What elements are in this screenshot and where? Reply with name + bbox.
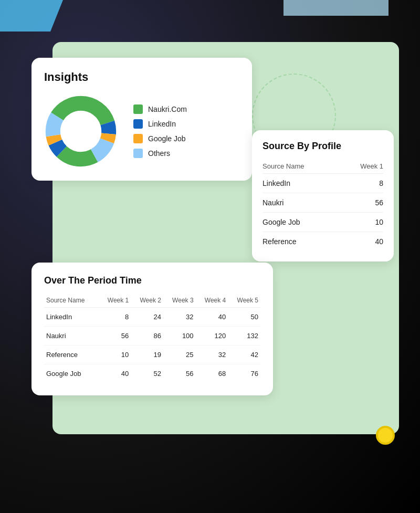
- table-row: Reference 40: [262, 232, 383, 252]
- insights-title: Insights: [44, 70, 239, 84]
- source-name-cell: Reference: [262, 232, 340, 252]
- legend-label-googlejob: Google Job: [148, 134, 186, 143]
- table-row: Naukri 56: [262, 193, 383, 213]
- period-header-row: Source Name Week 1 Week 2 Week 3 Week 4 …: [44, 294, 260, 308]
- insights-card: Insights Naukri.Com LinkedIn: [32, 58, 252, 181]
- week1-cell: 10: [340, 213, 383, 232]
- period-w2-cell: 19: [131, 346, 163, 364]
- period-w5-cell: 50: [228, 308, 260, 327]
- period-col-w4: Week 4: [196, 294, 228, 308]
- period-w4-cell: 68: [196, 364, 228, 383]
- period-w1-cell: 10: [99, 346, 131, 364]
- period-w5-cell: 76: [228, 364, 260, 383]
- period-w5-cell: 42: [228, 346, 260, 364]
- period-w3-cell: 56: [163, 364, 196, 383]
- period-col-source: Source Name: [44, 294, 99, 308]
- source-name-cell: Google Job: [262, 213, 340, 232]
- period-w3-cell: 32: [163, 308, 196, 327]
- donut-hole: [62, 113, 99, 150]
- period-col-w2: Week 2: [131, 294, 163, 308]
- legend-item-linkedin: LinkedIn: [133, 119, 187, 129]
- period-source-cell: LinkedIn: [44, 308, 99, 327]
- period-table: Source Name Week 1 Week 2 Week 3 Week 4 …: [44, 294, 260, 383]
- period-col-w1: Week 1: [99, 294, 131, 308]
- legend-label-naukri: Naukri.Com: [148, 105, 187, 113]
- accent-top-right: [284, 0, 388, 16]
- week1-cell: 40: [340, 232, 383, 252]
- period-source-cell: Naukri: [44, 327, 99, 346]
- period-col-w5: Week 5: [228, 294, 260, 308]
- legend-color-naukri: [133, 104, 143, 114]
- period-source-cell: Google Job: [44, 364, 99, 383]
- week1-cell: 8: [340, 174, 383, 193]
- source-profile-table: Source Name Week 1 LinkedIn 8 Naukri 56 …: [262, 159, 383, 251]
- week1-cell: 56: [340, 193, 383, 213]
- source-name-cell: LinkedIn: [262, 174, 340, 193]
- legend-item-naukri: Naukri.Com: [133, 104, 187, 114]
- donut-chart: [44, 95, 118, 168]
- table-row: Google Job 10: [262, 213, 383, 232]
- period-w1-cell: 56: [99, 327, 131, 346]
- period-w2-cell: 24: [131, 308, 163, 327]
- period-source-cell: Reference: [44, 346, 99, 364]
- legend-label-others: Others: [148, 149, 170, 158]
- legend-label-linkedin: LinkedIn: [148, 120, 176, 128]
- legend-item-others: Others: [133, 149, 187, 158]
- period-w4-cell: 40: [196, 308, 228, 327]
- table-row: Naukri 56 86 100 120 132: [44, 327, 260, 346]
- period-col-w3: Week 3: [163, 294, 196, 308]
- legend-item-googlejob: Google Job: [133, 134, 187, 143]
- yellow-circle-accent: [376, 426, 395, 445]
- table-row: Google Job 40 52 56 68 76: [44, 364, 260, 383]
- period-w4-cell: 120: [196, 327, 228, 346]
- period-w2-cell: 86: [131, 327, 163, 346]
- period-w3-cell: 25: [163, 346, 196, 364]
- table-row: LinkedIn 8 24 32 40 50: [44, 308, 260, 327]
- source-by-profile-card: Source By Profile Source Name Week 1 Lin…: [252, 130, 394, 261]
- period-w3-cell: 100: [163, 327, 196, 346]
- source-profile-header-row: Source Name Week 1: [262, 159, 383, 174]
- insights-content: Naukri.Com LinkedIn Google Job Others: [44, 95, 239, 168]
- period-w5-cell: 132: [228, 327, 260, 346]
- legend-color-googlejob: [133, 134, 143, 143]
- period-w2-cell: 52: [131, 364, 163, 383]
- period-w4-cell: 32: [196, 346, 228, 364]
- period-title: Over The Period Time: [44, 275, 260, 286]
- legend-color-linkedin: [133, 119, 143, 129]
- source-profile-title: Source By Profile: [262, 141, 383, 152]
- period-card: Over The Period Time Source Name Week 1 …: [32, 263, 273, 395]
- col-source-name: Source Name: [262, 159, 340, 174]
- col-week1: Week 1: [340, 159, 383, 174]
- table-row: LinkedIn 8: [262, 174, 383, 193]
- period-w1-cell: 8: [99, 308, 131, 327]
- legend-color-others: [133, 149, 143, 158]
- table-row: Reference 10 19 25 32 42: [44, 346, 260, 364]
- source-name-cell: Naukri: [262, 193, 340, 213]
- period-w1-cell: 40: [99, 364, 131, 383]
- chart-legend: Naukri.Com LinkedIn Google Job Others: [133, 104, 187, 158]
